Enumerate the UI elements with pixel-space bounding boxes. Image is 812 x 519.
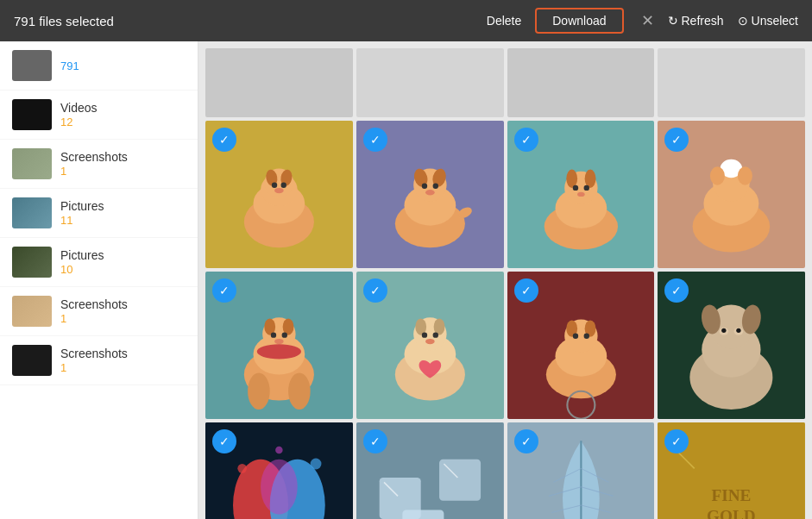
refresh-button[interactable]: ↻ Refresh [668, 14, 724, 28]
sidebar-count-screenshots1: 1 [60, 165, 128, 178]
svg-point-57 [583, 333, 589, 338]
delete-button[interactable]: Delete [487, 14, 521, 28]
svg-point-73 [237, 464, 247, 473]
sidebar-count-all: 791 [60, 59, 79, 72]
sidebar-item-screenshots1[interactable]: Screenshots 1 [0, 140, 198, 189]
svg-point-67 [721, 328, 726, 332]
sidebar-item-screenshots3[interactable]: Screenshots 1 [0, 336, 198, 385]
svg-point-31 [738, 166, 752, 184]
check-icon: ✓ [363, 128, 387, 152]
svg-point-14 [422, 184, 427, 189]
sidebar-thumb-videos [12, 99, 52, 130]
selected-count-label: 791 files selected [14, 14, 473, 28]
svg-point-39 [271, 332, 276, 337]
image-cell[interactable]: ✓ [205, 422, 353, 520]
download-button[interactable]: Download [535, 8, 623, 34]
image-cell[interactable] [356, 48, 504, 117]
check-icon: ✓ [664, 278, 689, 303]
svg-point-68 [736, 328, 740, 332]
sidebar-count-screenshots3: 1 [60, 361, 128, 374]
close-button[interactable]: ✕ [641, 11, 654, 30]
sidebar-item-pictures2[interactable]: Pictures 10 [0, 238, 198, 287]
image-cell[interactable]: ✓ [507, 121, 655, 268]
image-cell[interactable] [658, 48, 805, 117]
sidebar-thumb-pictures2 [12, 247, 52, 278]
sidebar-name-videos: Videos [60, 101, 98, 115]
svg-point-41 [274, 339, 284, 344]
image-cell[interactable]: FINE GOLD ✓ [658, 422, 805, 520]
top-bar: 791 files selected Delete Download ✕ ↻ R… [0, 0, 812, 41]
check-icon: ✓ [363, 278, 387, 303]
svg-point-74 [311, 458, 322, 469]
main-layout: 791 Videos 12 Screenshots 1 Pictures 11 [0, 41, 812, 519]
svg-point-34 [288, 372, 311, 410]
image-grid: ✓ ✓ [205, 48, 805, 519]
check-icon: ✓ [664, 429, 689, 453]
image-cell[interactable]: ✓ [507, 272, 655, 419]
svg-point-40 [282, 332, 287, 337]
svg-point-25 [577, 192, 585, 197]
unselect-label: Unselect [752, 14, 798, 28]
svg-point-15 [432, 184, 437, 189]
svg-point-7 [281, 183, 286, 188]
sidebar: 791 Videos 12 Screenshots 1 Pictures 11 [0, 41, 198, 519]
svg-point-8 [274, 188, 284, 193]
sidebar-name-screenshots2: Screenshots [60, 297, 128, 311]
image-cell[interactable]: ✓ [205, 121, 353, 268]
image-cell[interactable]: ✓ [658, 272, 805, 419]
svg-point-33 [248, 372, 270, 410]
unselect-icon: ⊙ [738, 14, 748, 28]
image-cell[interactable] [507, 48, 655, 117]
image-cell[interactable]: ✓ [356, 272, 504, 419]
sidebar-count-pictures1: 11 [60, 214, 104, 227]
svg-point-72 [261, 459, 298, 514]
sidebar-thumb-pictures1 [12, 197, 52, 228]
image-cell[interactable]: ✓ [205, 272, 353, 419]
check-icon: ✓ [363, 429, 387, 453]
svg-point-56 [572, 333, 577, 338]
sidebar-count-pictures2: 10 [60, 263, 104, 276]
image-cell[interactable]: ✓ [356, 121, 504, 268]
unselect-button[interactable]: ⊙ Unselect [738, 14, 798, 28]
image-cell[interactable]: ✓ [507, 422, 655, 520]
sidebar-name-screenshots1: Screenshots [60, 150, 128, 164]
svg-text:FINE: FINE [712, 485, 752, 503]
image-cell[interactable]: ✓ [356, 422, 504, 520]
refresh-icon: ↻ [668, 14, 678, 28]
svg-rect-79 [402, 510, 444, 519]
svg-point-30 [710, 166, 725, 184]
sidebar-thumb-all [12, 50, 52, 81]
sidebar-item-videos[interactable]: Videos 12 [0, 91, 198, 140]
image-cell[interactable]: ✓ [658, 121, 805, 268]
check-icon: ✓ [514, 128, 538, 152]
svg-point-24 [583, 185, 589, 191]
svg-point-75 [275, 446, 283, 453]
svg-point-50 [425, 339, 435, 344]
check-icon: ✓ [212, 429, 236, 453]
svg-point-6 [272, 183, 277, 188]
check-icon: ✓ [212, 128, 236, 152]
sidebar-name-pictures1: Pictures [60, 199, 104, 213]
sidebar-item-all[interactable]: 791 [0, 41, 198, 91]
sidebar-count-screenshots2: 1 [60, 312, 128, 325]
svg-point-42 [257, 344, 301, 359]
sidebar-thumb-screenshots3 [12, 345, 52, 376]
sidebar-item-screenshots2[interactable]: Screenshots 1 [0, 287, 198, 336]
image-cell[interactable] [205, 48, 353, 117]
refresh-label: Refresh [682, 14, 724, 28]
svg-point-48 [422, 332, 427, 337]
svg-point-21 [566, 170, 577, 188]
svg-point-22 [584, 170, 595, 188]
sidebar-count-videos: 12 [60, 116, 98, 128]
sidebar-thumb-screenshots1 [12, 148, 52, 179]
check-icon: ✓ [514, 278, 538, 303]
image-area: ✓ ✓ [198, 41, 812, 519]
sidebar-name-screenshots3: Screenshots [60, 347, 128, 360]
sidebar-name-pictures2: Pictures [60, 248, 104, 262]
sidebar-thumb-screenshots2 [12, 296, 52, 327]
sidebar-item-pictures1[interactable]: Pictures 11 [0, 189, 198, 238]
check-icon: ✓ [514, 429, 538, 453]
check-icon: ✓ [212, 278, 236, 303]
svg-point-49 [432, 332, 437, 337]
svg-point-16 [425, 190, 435, 195]
